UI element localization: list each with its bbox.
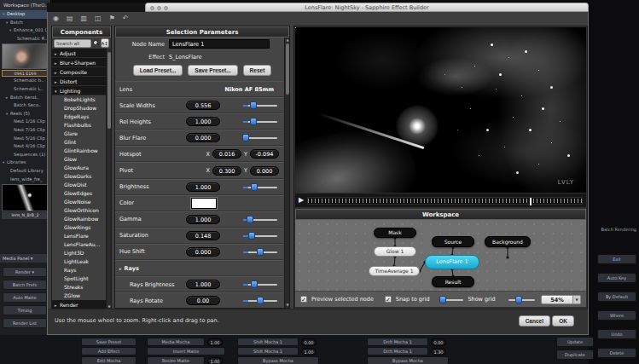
component-item-glowedges[interactable]: GlowEdges bbox=[52, 189, 111, 198]
zoom-dropdown[interactable]: 54% ▼ bbox=[541, 295, 581, 304]
slider-handle[interactable] bbox=[251, 183, 258, 191]
tree-item-defaultlibrary[interactable]: Default Library bbox=[0, 167, 50, 176]
undo-icon[interactable]: ↶ bbox=[123, 14, 129, 24]
sort-button[interactable]: A↕ bbox=[101, 38, 109, 48]
component-item-glow[interactable]: Glow bbox=[52, 155, 111, 164]
param-slider[interactable] bbox=[243, 183, 277, 191]
component-item-glowrainbow[interactable]: GlowRainbow bbox=[52, 215, 111, 223]
play-button[interactable]: ▶ bbox=[299, 194, 304, 207]
param-slider[interactable] bbox=[243, 297, 277, 304]
color-swatch[interactable] bbox=[191, 198, 217, 209]
bottom-button[interactable]: Add Effect bbox=[81, 347, 137, 355]
component-item-rays[interactable]: Rays bbox=[52, 266, 111, 274]
component-item-bokehlights[interactable]: BokehLights bbox=[52, 95, 111, 104]
component-item-glowdarks[interactable]: GlowDarks bbox=[52, 172, 111, 181]
tree-item-batchseco[interactable]: Batch Seco.. bbox=[0, 101, 50, 110]
param-slider[interactable] bbox=[243, 134, 277, 142]
value-field[interactable]: 0.148 bbox=[186, 231, 220, 240]
right-button-autokey[interactable]: Auto Key bbox=[597, 273, 636, 283]
right-button-exit[interactable]: Exit bbox=[597, 254, 636, 264]
tree-item-schematicl[interactable]: Schematic L.. bbox=[0, 85, 50, 94]
search-input[interactable] bbox=[54, 39, 91, 48]
dialog-titlebar[interactable]: LensFlare: NightSky - Sapphire Effect Bu… bbox=[145, 3, 589, 12]
category-composite[interactable]: ▸Composite bbox=[52, 67, 111, 77]
tree-item-reels5[interactable]: ▾Reels (5) bbox=[0, 110, 50, 118]
bottom-button[interactable]: Shift Mocha 1 bbox=[237, 338, 299, 346]
left-button-automatte[interactable]: Auto Matte bbox=[3, 292, 47, 303]
slider-handle[interactable] bbox=[250, 101, 257, 109]
param-slider[interactable] bbox=[243, 248, 277, 256]
node-mask[interactable]: Mask bbox=[374, 228, 416, 238]
tree-item-batch[interactable]: ▾Batch bbox=[0, 19, 50, 27]
node-background[interactable]: Background bbox=[485, 236, 531, 247]
bottom-button[interactable]: Media Mocha bbox=[147, 338, 205, 346]
tree-item-desktop[interactable]: ▾Desktop bbox=[0, 10, 50, 19]
component-item-spotlight[interactable]: SpotLight bbox=[52, 274, 111, 283]
bottom-value-field[interactable]: 0.00 bbox=[301, 338, 317, 346]
left-button-renderlist[interactable]: Render List bbox=[3, 318, 47, 328]
node-lensflare[interactable]: LensFlare 1 bbox=[425, 255, 479, 269]
bottom-value-field[interactable]: 1.00 bbox=[207, 357, 223, 364]
bottom-button[interactable]: Resize Matte bbox=[147, 356, 205, 364]
node-source[interactable]: Source bbox=[432, 236, 474, 247]
node-result[interactable]: Result bbox=[432, 276, 474, 287]
slider-handle[interactable] bbox=[248, 232, 255, 240]
x-value-field[interactable]: 0.016 bbox=[212, 149, 241, 159]
left-button-render[interactable]: Render ▾ bbox=[3, 267, 47, 277]
playhead[interactable] bbox=[530, 198, 532, 205]
clip-thumbnail[interactable] bbox=[2, 43, 49, 69]
save-preset-button[interactable]: Save Preset... bbox=[188, 65, 237, 76]
component-item-glint[interactable]: Glint bbox=[52, 138, 111, 147]
component-item-zglow[interactable]: ZGlow bbox=[52, 292, 111, 300]
reset-button[interactable]: Reset bbox=[243, 65, 272, 76]
value-field[interactable]: 1.000 bbox=[186, 215, 220, 224]
right-button-undo[interactable]: Undo bbox=[597, 329, 636, 339]
tree-item-schematicb[interactable]: Schematic b.. bbox=[0, 77, 50, 85]
right-button-where[interactable]: Where bbox=[597, 310, 636, 321]
component-item-light3d[interactable]: Light3D bbox=[52, 249, 111, 257]
workspace-zoom-slider[interactable] bbox=[508, 296, 535, 303]
param-slider[interactable] bbox=[243, 216, 277, 223]
tree-item-libraries[interactable]: ▾Libraries bbox=[0, 159, 50, 167]
twirl-icon[interactable]: ▸ bbox=[119, 266, 122, 271]
category-blur+sharpen[interactable]: ▸Blur+Sharpen bbox=[52, 58, 111, 67]
component-item-lensflareau[interactable]: LensFlareAu... bbox=[52, 240, 111, 249]
component-item-gloworthicon[interactable]: GlowOrthicon bbox=[52, 206, 111, 215]
component-item-streaks[interactable]: Streaks bbox=[52, 283, 111, 292]
y-value-field[interactable]: 0.000 bbox=[250, 166, 279, 176]
value-field[interactable]: 1.000 bbox=[186, 280, 220, 289]
load-preset-button[interactable]: Load Preset... bbox=[133, 65, 183, 76]
slider-handle[interactable] bbox=[257, 248, 264, 256]
tree-item-enhance0013[interactable]: ▾Enhance_001 (3) bbox=[0, 26, 50, 35]
grid-size-slider[interactable] bbox=[441, 296, 464, 303]
power-icon[interactable]: ◉ bbox=[53, 14, 59, 24]
bottom-button[interactable]: Bypass Mocha bbox=[367, 356, 449, 364]
tree-item-next516clip[interactable]: Next 5/16 Clip bbox=[0, 135, 50, 143]
scroll-up-icon[interactable]: ▲ bbox=[285, 38, 290, 43]
slider-handle[interactable] bbox=[251, 280, 258, 288]
bottom-button[interactable]: Invert Matte bbox=[147, 347, 225, 355]
tree-item-batchiterat[interactable]: ▸Batch Iterat.. bbox=[0, 94, 50, 102]
component-item-flashbulbs[interactable]: Flashbulbs bbox=[52, 121, 111, 130]
right-button-bydefault[interactable]: By Default bbox=[597, 292, 636, 302]
param-slider[interactable] bbox=[243, 118, 277, 125]
media-panel-header[interactable]: Media Panel ▾ bbox=[0, 254, 51, 263]
component-item-edgerays[interactable]: EdgeRays bbox=[52, 113, 111, 121]
tree-item-next116clip[interactable]: Next 1/16 Clip bbox=[0, 118, 50, 126]
x-value-field[interactable]: 0.300 bbox=[212, 166, 241, 176]
flag-icon[interactable]: ⚑ bbox=[109, 14, 115, 24]
value-field[interactable]: 0.000 bbox=[186, 133, 220, 142]
param-slider[interactable] bbox=[243, 280, 277, 288]
node-name-input[interactable] bbox=[169, 39, 270, 49]
snap-to-grid-checkbox[interactable]: ✓ bbox=[385, 296, 392, 303]
bottom-button[interactable]: Drift Mocha 1 bbox=[367, 347, 428, 355]
scroll-down-icon[interactable]: ▼ bbox=[285, 303, 290, 308]
tree-item-sequences1[interactable]: Sequences (1) bbox=[0, 151, 50, 159]
display-icon[interactable]: ▤ bbox=[67, 14, 73, 24]
component-item-glintrainbow[interactable]: GlintRainbow bbox=[52, 147, 111, 155]
bottom-value-field[interactable]: 1.00 bbox=[301, 348, 317, 355]
tree-item-next716clip[interactable]: Next 7/16 Clip bbox=[0, 126, 50, 135]
left-button-timing[interactable]: Timing bbox=[3, 305, 47, 315]
bottom-button[interactable]: Shift Mocha 1 bbox=[237, 347, 299, 355]
value-field[interactable]: 0.556 bbox=[186, 101, 220, 110]
